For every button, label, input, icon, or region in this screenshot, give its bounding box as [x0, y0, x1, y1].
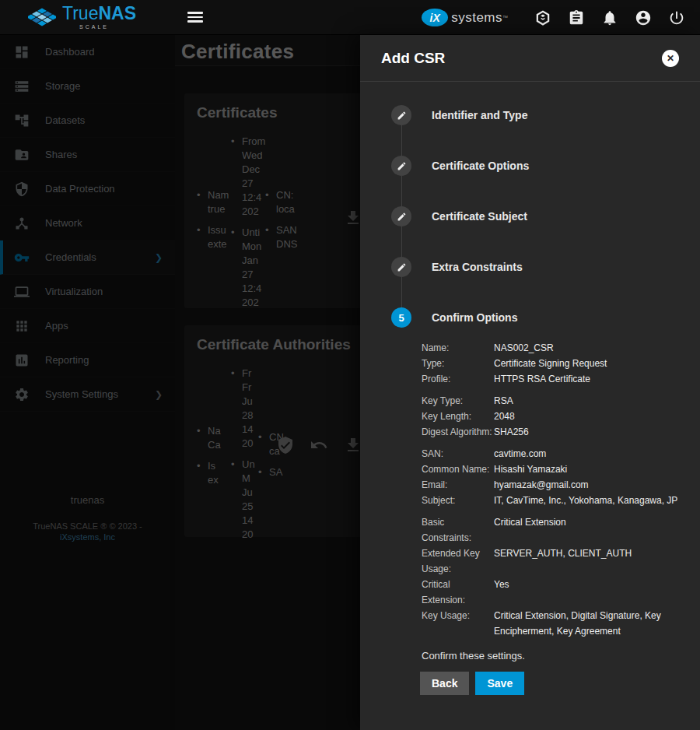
summary-row: SAN:cavtime.com — [422, 446, 688, 462]
step-label: Extra Constraints — [432, 261, 523, 273]
step-confirm-options[interactable]: 5 Confirm Options — [391, 307, 700, 328]
step-number-badge: 5 — [391, 307, 411, 328]
summary-row: Common Name:Hisashi Yamazaki — [422, 462, 688, 477]
account-icon[interactable] — [634, 9, 653, 27]
edit-pencil-icon — [391, 156, 411, 176]
back-button[interactable]: Back — [420, 672, 469, 695]
step-certificate-subject[interactable]: Certificate Subject — [391, 206, 700, 226]
step-connector — [401, 176, 402, 206]
summary-row: Digest Algorithm:SHA256 — [422, 424, 688, 440]
step-connector — [401, 226, 402, 257]
step-certificate-options[interactable]: Certificate Options — [391, 156, 700, 176]
summary-value: RSA — [494, 393, 688, 409]
truenas-app: TrueNAS SCALE iX systems ™ — [0, 0, 700, 730]
step-connector — [401, 277, 402, 307]
summary-value: IT, CavTime, Inc., Yokohama, Kanagawa, J… — [494, 493, 688, 508]
summary-row: Email:hyamazak@gmail.com — [422, 477, 688, 493]
step-identifier-and-type[interactable]: Identifier and Type — [391, 105, 700, 125]
panel-title: Add CSR — [381, 50, 445, 67]
summary-value: Critical Extension — [494, 514, 688, 546]
summary-value: Certificate Signing Request — [494, 356, 688, 371]
summary-row: Key Length:2048 — [422, 409, 688, 424]
summary-value: SHA256 — [494, 424, 688, 440]
edit-pencil-icon — [391, 257, 411, 277]
summary-value: 2048 — [494, 409, 688, 424]
panel-body: Identifier and Type Certificate Options … — [360, 82, 700, 695]
panel-actions: Back Save — [420, 672, 700, 695]
header-actions: iX systems ™ — [422, 0, 686, 35]
summary-value: cavtime.com — [494, 446, 688, 462]
csr-summary: Name:NAS002_CSR Type:Certificate Signing… — [422, 340, 688, 639]
summary-row: Key Type:RSA — [422, 393, 688, 409]
truecommand-icon[interactable] — [534, 9, 552, 27]
step-label: Certificate Options — [432, 160, 529, 172]
summary-value: SERVER_AUTH, CLIENT_AUTH — [494, 546, 688, 577]
menu-hamburger-icon[interactable] — [187, 9, 203, 25]
truenas-logo-icon — [28, 7, 56, 27]
close-icon[interactable]: ✕ — [662, 50, 679, 67]
summary-row: Critical Extension:Yes — [422, 577, 688, 608]
summary-value: hyamazak@gmail.com — [494, 477, 688, 493]
step-label: Certificate Subject — [432, 210, 527, 223]
step-label: Confirm Options — [432, 311, 517, 324]
summary-value: Critical Extension, Digital Signature, K… — [494, 608, 688, 639]
step-connector — [401, 125, 402, 156]
summary-value: Hisashi Yamazaki — [494, 462, 688, 477]
top-header-bar: TrueNAS SCALE iX systems ™ — [0, 0, 700, 35]
confirm-note: Confirm these settings. — [422, 650, 700, 662]
summary-row: Profile:HTTPS RSA Certificate — [422, 371, 688, 387]
truenas-logo[interactable]: TrueNAS SCALE — [28, 5, 145, 30]
save-button[interactable]: Save — [475, 672, 524, 695]
ix-logo-icon: iX — [422, 9, 448, 26]
add-csr-panel: Add CSR ✕ Identifier and Type Certificat… — [360, 35, 700, 730]
ixsystems-logo[interactable]: iX systems ™ — [422, 9, 508, 26]
power-icon[interactable] — [667, 9, 686, 27]
summary-row: Type:Certificate Signing Request — [422, 356, 688, 371]
summary-value: HTTPS RSA Certificate — [494, 371, 688, 387]
step-extra-constraints[interactable]: Extra Constraints — [391, 257, 700, 277]
summary-row: Subject:IT, CavTime, Inc., Yokohama, Kan… — [422, 493, 688, 508]
edit-pencil-icon — [391, 105, 411, 125]
edit-pencil-icon — [391, 206, 411, 226]
brand-subtitle: SCALE — [79, 24, 136, 30]
summary-row: Extended Key Usage:SERVER_AUTH, CLIENT_A… — [422, 546, 688, 577]
summary-row: Key Usage:Critical Extension, Digital Si… — [422, 608, 688, 639]
jobs-clipboard-icon[interactable] — [567, 9, 586, 27]
summary-row: Basic Constraints:Critical Extension — [422, 514, 688, 546]
summary-value: NAS002_CSR — [494, 340, 688, 356]
panel-header: Add CSR ✕ — [360, 35, 700, 82]
summary-row: Name:NAS002_CSR — [422, 340, 688, 356]
summary-value: Yes — [494, 577, 688, 608]
brand-text: TrueNAS SCALE — [62, 5, 136, 30]
notifications-bell-icon[interactable] — [600, 9, 619, 27]
step-label: Identifier and Type — [432, 109, 527, 121]
